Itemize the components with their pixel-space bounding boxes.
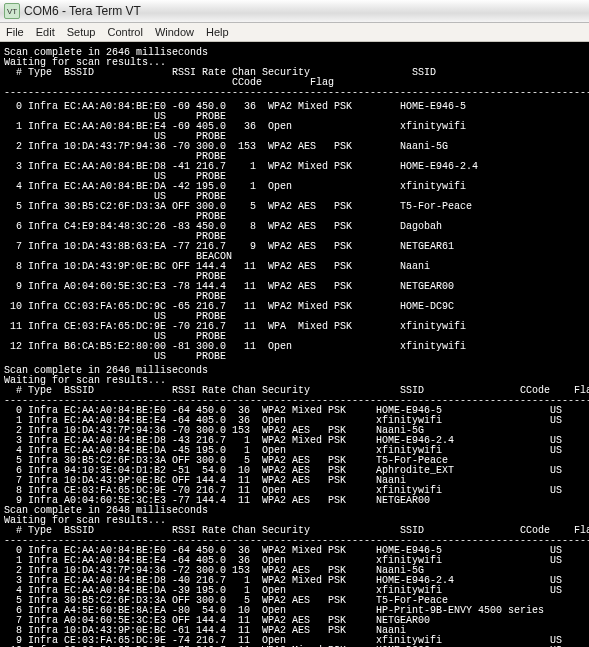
titlebar: VT COM6 - Tera Term VT (0, 0, 589, 23)
terminal-line: CCode Flag (4, 78, 589, 88)
menu-help[interactable]: Help (206, 26, 229, 38)
menubar: File Edit Setup Control Window Help (0, 23, 589, 42)
app-icon: VT (4, 3, 20, 19)
terminal-line: # Type BSSID RSSI Rate Chan Security SSI… (4, 386, 589, 396)
menu-control[interactable]: Control (107, 26, 142, 38)
divider-line: ----------------------------------------… (4, 88, 589, 98)
menu-window[interactable]: Window (155, 26, 194, 38)
menu-setup[interactable]: Setup (67, 26, 96, 38)
menu-edit[interactable]: Edit (36, 26, 55, 38)
terminal-line: # Type BSSID RSSI Rate Chan Security SSI… (4, 526, 589, 536)
menu-file[interactable]: File (6, 26, 24, 38)
terminal-output[interactable]: Scan complete in 2646 millisecondsWaitin… (0, 42, 589, 647)
terminal-line: US PROBE (4, 352, 589, 362)
window-title: COM6 - Tera Term VT (24, 4, 141, 18)
